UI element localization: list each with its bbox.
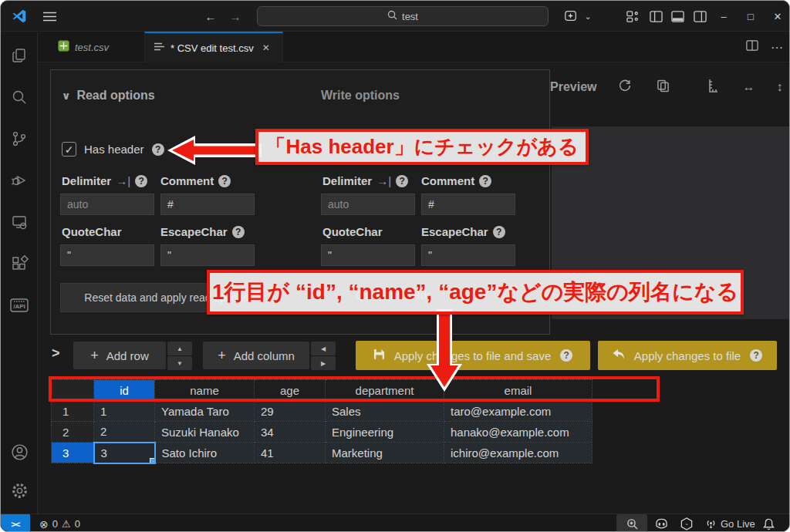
has-header-help-icon[interactable]: ?: [152, 143, 164, 156]
table-cell[interactable]: 2: [94, 422, 155, 443]
ruler-icon[interactable]: [707, 79, 719, 96]
copy-preview-icon[interactable]: [657, 79, 670, 96]
nav-forward-icon[interactable]: →: [225, 1, 246, 32]
write-delimiter-help-icon[interactable]: ?: [396, 175, 408, 187]
read-delimiter-help-icon[interactable]: ?: [135, 175, 147, 187]
table-cell[interactable]: hanako@example.com: [444, 422, 592, 443]
copilot-chevron-icon[interactable]: ⌄: [581, 1, 595, 32]
add-column-button[interactable]: + Add column: [203, 342, 309, 369]
collapse-options-chevron[interactable]: >: [52, 345, 60, 362]
run-debug-icon[interactable]: [1, 162, 38, 199]
settings-gear-icon[interactable]: [1, 472, 38, 509]
table-cell[interactable]: 41: [255, 443, 326, 463]
preview-toolbar: Preview ↔ ↕: [550, 74, 790, 100]
read-comment-input[interactable]: #: [160, 194, 255, 215]
more-actions-icon[interactable]: ⋯: [771, 40, 783, 55]
api-extension-icon[interactable]: /API: [1, 287, 38, 324]
resize-horizontal-icon[interactable]: ↔: [742, 80, 755, 94]
split-editor-icon[interactable]: [746, 39, 758, 55]
explorer-icon[interactable]: [1, 37, 38, 74]
source-control-icon[interactable]: [1, 120, 38, 157]
go-live-button[interactable]: Go Live: [705, 514, 755, 532]
notifications-bell-icon[interactable]: [763, 514, 775, 532]
table-row: 33Sato Ichiro41Marketingichiro@example.c…: [52, 443, 592, 463]
write-escapechar-help-icon[interactable]: ?: [493, 226, 505, 238]
move-column-left-button[interactable]: ◀: [311, 342, 336, 355]
write-escapechar-input[interactable]: ": [421, 244, 515, 266]
remote-explorer-icon[interactable]: [1, 204, 38, 241]
read-options-header[interactable]: ∨ Read options: [62, 89, 155, 103]
svg-text:/API: /API: [13, 303, 25, 310]
errors-count: 0: [52, 518, 58, 530]
write-quotechar-input[interactable]: ": [321, 244, 415, 266]
table-cell[interactable]: Marketing: [326, 443, 444, 463]
tab-csv-edit[interactable]: * CSV edit test.csv ✕: [144, 32, 283, 62]
nav-back-icon[interactable]: ←: [200, 1, 221, 32]
apply-changes-save-button[interactable]: Apply changes to file and save ?: [356, 341, 590, 370]
broadcast-icon: [705, 517, 717, 531]
warnings-icon: ⚠: [62, 518, 71, 530]
csv-edit-icon: [154, 42, 165, 54]
apply-save-help-icon[interactable]: ?: [560, 349, 572, 362]
customize-layout-icon[interactable]: [623, 1, 643, 32]
move-row-up-button[interactable]: ▲: [167, 342, 192, 355]
write-options-header[interactable]: Write options: [321, 89, 400, 103]
move-column-right-button[interactable]: ▶: [311, 356, 336, 370]
table-cell[interactable]: Yamada Taro: [155, 401, 255, 422]
read-escapechar-input[interactable]: ": [160, 244, 255, 266]
read-comment-help-icon[interactable]: ?: [218, 175, 231, 187]
write-delimiter-input[interactable]: auto: [321, 194, 415, 215]
plus-icon: +: [90, 348, 99, 364]
table-cell[interactable]: 34: [255, 422, 326, 443]
resize-vertical-icon[interactable]: ↕: [776, 80, 782, 94]
apply-changes-button[interactable]: Apply changes to file ?: [598, 341, 777, 370]
has-header-checkbox[interactable]: ✓: [62, 142, 76, 157]
toggle-sidebar-icon[interactable]: [646, 1, 666, 32]
table-cell[interactable]: 29: [255, 401, 326, 422]
row-number[interactable]: 1: [52, 401, 94, 422]
preview-label: Preview: [550, 80, 596, 94]
command-center-search[interactable]: test: [257, 6, 549, 26]
write-comment-help-icon[interactable]: ?: [479, 175, 491, 187]
read-delimiter-label: Delimiter →| ?: [62, 174, 147, 187]
copilot-status-icon[interactable]: [655, 514, 668, 532]
csv-file-icon: [58, 40, 69, 54]
close-window-button[interactable]: ✕: [766, 1, 789, 32]
menu-hamburger-icon[interactable]: [38, 1, 61, 32]
row-number[interactable]: 3: [52, 443, 94, 463]
tab-close-icon[interactable]: ✕: [262, 42, 270, 53]
read-quotechar-label: QuoteChar: [62, 225, 122, 238]
read-escapechar-help-icon[interactable]: ?: [232, 226, 245, 238]
row-number[interactable]: 2: [52, 422, 94, 443]
table-cell[interactable]: Engineering: [326, 422, 444, 443]
tab-test-csv[interactable]: test.csv: [49, 32, 144, 62]
table-cell[interactable]: ichiro@example.com: [444, 443, 592, 463]
remote-indicator[interactable]: ><: [1, 514, 30, 532]
read-delimiter-input[interactable]: auto: [60, 194, 154, 215]
table-cell[interactable]: Sato Ichiro: [155, 443, 255, 463]
minimize-button[interactable]: –: [712, 1, 735, 32]
search-sidebar-icon[interactable]: [1, 79, 38, 116]
extensions-icon[interactable]: [1, 245, 38, 282]
table-cell[interactable]: 3: [94, 443, 155, 463]
read-quotechar-input[interactable]: ": [60, 244, 154, 266]
toggle-panel-icon[interactable]: [667, 1, 687, 32]
package-status-icon[interactable]: ⌁: [680, 514, 693, 532]
write-comment-input[interactable]: #: [421, 194, 515, 215]
move-row-down-button[interactable]: ▼: [167, 356, 192, 370]
problems-status[interactable]: ⊗ 0 ⚠ 0: [39, 514, 80, 532]
table-cell[interactable]: 1: [94, 401, 155, 422]
read-escapechar-label: EscapeChar ?: [160, 225, 245, 238]
add-row-button[interactable]: + Add row: [73, 342, 166, 369]
table-cell[interactable]: Sales: [326, 401, 444, 422]
zoom-status-icon[interactable]: [616, 514, 647, 532]
chevron-down-icon: ∨: [62, 89, 70, 102]
table-cell[interactable]: taro@example.com: [444, 401, 592, 422]
copilot-icon[interactable]: [561, 1, 581, 32]
table-cell[interactable]: Suzuki Hanako: [155, 422, 255, 443]
refresh-icon[interactable]: [618, 79, 632, 96]
toggle-secondary-sidebar-icon[interactable]: [690, 1, 710, 32]
apply-help-icon[interactable]: ?: [750, 349, 762, 362]
account-icon[interactable]: [1, 433, 38, 470]
maximize-button[interactable]: □: [739, 1, 762, 32]
